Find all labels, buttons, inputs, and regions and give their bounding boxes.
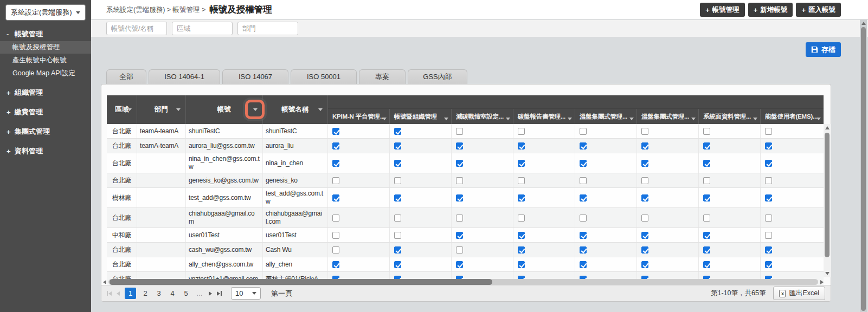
permission-checkbox[interactable] bbox=[580, 177, 587, 184]
permission-checkbox[interactable] bbox=[332, 214, 339, 222]
collapse-icon[interactable]: - bbox=[7, 30, 11, 38]
permission-checkbox[interactable] bbox=[703, 142, 710, 150]
permission-checkbox[interactable] bbox=[456, 214, 463, 222]
permission-checkbox[interactable] bbox=[580, 194, 587, 202]
filter-funnel-icon[interactable] bbox=[176, 108, 181, 111]
permission-column-header-4[interactable]: 碳盤報告書管理... bbox=[513, 109, 575, 124]
permission-column-header-6[interactable]: 溫盤集團式管理... bbox=[637, 109, 699, 124]
column-header-4[interactable]: 帳號名稱 bbox=[263, 95, 328, 124]
permission-checkbox[interactable] bbox=[765, 142, 772, 150]
permission-checkbox[interactable] bbox=[765, 128, 772, 135]
permission-column-header-7[interactable]: 系統面資料管理... bbox=[699, 109, 761, 124]
sidebar-item-create-account-center[interactable]: 產生帳號中心帳號 bbox=[0, 54, 91, 67]
page-button-2[interactable]: 2 bbox=[141, 289, 150, 297]
permission-column-header-8[interactable]: 能盤使用者(EMS)... bbox=[761, 109, 824, 124]
column-header-1[interactable]: 區域 bbox=[107, 95, 137, 124]
filter-funnel-icon[interactable] bbox=[629, 118, 634, 120]
sidebar-item-account-authorization[interactable]: 帳號及授權管理 bbox=[0, 41, 91, 54]
permission-checkbox[interactable] bbox=[332, 246, 339, 253]
permission-checkbox[interactable] bbox=[580, 128, 587, 135]
scrollbar-thumb[interactable] bbox=[825, 133, 830, 257]
permission-checkbox[interactable] bbox=[765, 214, 772, 222]
permission-checkbox[interactable] bbox=[703, 232, 710, 239]
permission-checkbox[interactable] bbox=[332, 128, 339, 135]
scroll-right-icon[interactable] bbox=[820, 280, 824, 284]
expand-icon[interactable]: + bbox=[7, 147, 11, 155]
filter-funnel-icon[interactable] bbox=[691, 118, 696, 120]
permission-column-header-1[interactable]: KPIM-N 平台管理... bbox=[328, 109, 390, 124]
permission-checkbox[interactable] bbox=[641, 160, 648, 167]
context-select[interactable]: 系統設定(雲端服務) bbox=[5, 4, 86, 21]
permission-checkbox[interactable] bbox=[765, 232, 772, 239]
permission-checkbox[interactable] bbox=[332, 261, 339, 268]
permission-checkbox[interactable] bbox=[703, 261, 710, 268]
permission-checkbox[interactable] bbox=[518, 232, 525, 239]
permission-checkbox[interactable] bbox=[332, 194, 339, 202]
permission-checkbox[interactable] bbox=[456, 194, 463, 202]
permission-checkbox[interactable] bbox=[703, 246, 710, 253]
permission-checkbox[interactable] bbox=[518, 214, 525, 222]
page-size-select[interactable]: 10 bbox=[231, 287, 261, 300]
scroll-up-icon[interactable] bbox=[825, 126, 830, 129]
permission-checkbox[interactable] bbox=[394, 142, 401, 150]
filter-funnel-icon[interactable] bbox=[506, 118, 510, 120]
filter-funnel-icon[interactable] bbox=[444, 118, 448, 120]
permission-checkbox[interactable] bbox=[518, 261, 525, 268]
permission-checkbox[interactable] bbox=[580, 246, 587, 253]
filter-funnel-icon[interactable] bbox=[753, 118, 757, 120]
scroll-left-icon[interactable] bbox=[103, 280, 106, 284]
sidebar-section-data-mgmt[interactable]: + 資料管理 bbox=[0, 145, 91, 157]
permission-checkbox[interactable] bbox=[703, 194, 710, 202]
account-code-filter-input[interactable] bbox=[106, 22, 167, 35]
sidebar-section-account-mgmt[interactable]: - 帳號管理 bbox=[0, 28, 91, 40]
permission-column-header-5[interactable]: 溫盤集團式管理... bbox=[575, 109, 637, 124]
filter-funnel-icon[interactable] bbox=[318, 108, 323, 111]
permission-checkbox[interactable] bbox=[580, 261, 587, 268]
save-button[interactable]: 存檔 bbox=[806, 42, 841, 57]
permission-checkbox[interactable] bbox=[703, 177, 710, 184]
permission-checkbox[interactable] bbox=[641, 194, 648, 202]
page-button-1[interactable]: 1 bbox=[125, 288, 136, 299]
scroll-down-icon[interactable] bbox=[825, 272, 830, 275]
permission-checkbox[interactable] bbox=[394, 128, 401, 135]
expand-icon[interactable]: + bbox=[7, 89, 11, 97]
permission-checkbox[interactable] bbox=[518, 142, 525, 150]
permission-checkbox[interactable] bbox=[332, 232, 339, 239]
first-page-button[interactable] bbox=[107, 291, 112, 296]
permission-checkbox[interactable] bbox=[394, 232, 401, 239]
tab-3[interactable]: ISO 14067 bbox=[222, 69, 288, 84]
scrollbar-thumb[interactable] bbox=[861, 27, 866, 311]
last-page-button[interactable] bbox=[217, 291, 222, 296]
permission-checkbox[interactable] bbox=[765, 160, 772, 167]
next-page-button[interactable] bbox=[209, 291, 212, 296]
permission-checkbox[interactable] bbox=[394, 246, 401, 253]
permission-checkbox[interactable] bbox=[518, 160, 525, 167]
permission-checkbox[interactable] bbox=[641, 246, 648, 253]
sidebar-section-organization-mgmt[interactable]: + 組織管理 bbox=[0, 87, 91, 99]
permission-checkbox[interactable] bbox=[580, 142, 587, 150]
permission-checkbox[interactable] bbox=[394, 160, 401, 167]
add-account-button[interactable]: 新增帳號 bbox=[748, 3, 793, 17]
export-excel-button[interactable]: 匯出Excel bbox=[773, 287, 825, 300]
permission-checkbox[interactable] bbox=[580, 232, 587, 239]
permission-checkbox[interactable] bbox=[394, 261, 401, 268]
permission-checkbox[interactable] bbox=[332, 177, 339, 184]
scroll-up-icon[interactable] bbox=[861, 22, 866, 25]
filter-funnel-icon[interactable] bbox=[816, 118, 821, 120]
permission-checkbox[interactable] bbox=[765, 194, 772, 202]
expand-icon[interactable]: + bbox=[7, 128, 11, 136]
permission-checkbox[interactable] bbox=[765, 261, 772, 268]
prev-page-button[interactable] bbox=[117, 291, 120, 296]
permission-checkbox[interactable] bbox=[456, 232, 463, 239]
sidebar-item-google-map-api[interactable]: Google Map API設定 bbox=[0, 67, 91, 80]
permission-checkbox[interactable] bbox=[641, 261, 648, 268]
tab-5[interactable]: 專案 bbox=[359, 69, 406, 84]
filter-funnel-icon[interactable] bbox=[382, 118, 387, 120]
permission-checkbox[interactable] bbox=[456, 142, 463, 150]
permission-checkbox[interactable] bbox=[456, 261, 463, 268]
permission-checkbox[interactable] bbox=[641, 128, 648, 135]
scrollbar-track[interactable] bbox=[108, 279, 818, 285]
permission-checkbox[interactable] bbox=[641, 177, 648, 184]
sidebar-section-group-mgmt[interactable]: + 集團式管理 bbox=[0, 126, 91, 138]
permission-checkbox[interactable] bbox=[641, 214, 648, 222]
